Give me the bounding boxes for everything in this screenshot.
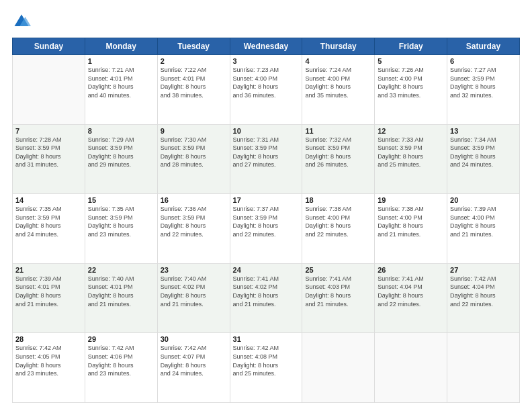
day-info: Sunrise: 7:28 AM Sunset: 3:59 PM Dayligh… [15,136,82,169]
weekday-header-row: SundayMondayTuesdayWednesdayThursdayFrid… [13,38,520,55]
day-number: 17 [233,196,300,204]
day-number: 5 [378,57,444,65]
day-info: Sunrise: 7:42 AM Sunset: 4:07 PM Dayligh… [161,344,227,377]
day-info: Sunrise: 7:37 AM Sunset: 3:59 PM Dayligh… [233,205,300,238]
calendar-cell: 12Sunrise: 7:33 AM Sunset: 3:59 PM Dayli… [375,124,447,194]
day-info: Sunrise: 7:30 AM Sunset: 3:59 PM Dayligh… [161,136,227,169]
day-info: Sunrise: 7:21 AM Sunset: 4:01 PM Dayligh… [88,66,154,99]
calendar-cell: 30Sunrise: 7:42 AM Sunset: 4:07 PM Dayli… [157,333,230,403]
day-info: Sunrise: 7:42 AM Sunset: 4:08 PM Dayligh… [233,344,300,377]
day-number: 18 [305,196,371,204]
day-number: 8 [88,127,154,135]
calendar-cell: 7Sunrise: 7:28 AM Sunset: 3:59 PM Daylig… [13,124,85,194]
day-info: Sunrise: 7:31 AM Sunset: 3:59 PM Dayligh… [233,136,300,169]
day-number: 25 [305,266,371,274]
day-info: Sunrise: 7:33 AM Sunset: 3:59 PM Dayligh… [378,136,444,169]
day-info: Sunrise: 7:42 AM Sunset: 4:04 PM Dayligh… [450,275,517,308]
calendar-cell: 31Sunrise: 7:42 AM Sunset: 4:08 PM Dayli… [230,333,302,403]
day-number: 29 [88,335,154,343]
calendar-cell: 9Sunrise: 7:30 AM Sunset: 3:59 PM Daylig… [157,124,230,194]
weekday-header-tuesday: Tuesday [157,38,230,55]
day-number: 21 [15,266,82,274]
calendar-cell: 27Sunrise: 7:42 AM Sunset: 4:04 PM Dayli… [447,263,520,333]
calendar-cell: 21Sunrise: 7:39 AM Sunset: 4:01 PM Dayli… [13,263,85,333]
day-info: Sunrise: 7:36 AM Sunset: 3:59 PM Dayligh… [161,205,227,238]
day-number: 6 [450,57,517,65]
calendar-week-row: 7Sunrise: 7:28 AM Sunset: 3:59 PM Daylig… [13,124,520,194]
calendar-cell: 8Sunrise: 7:29 AM Sunset: 3:59 PM Daylig… [85,124,157,194]
day-number: 20 [450,196,517,204]
calendar-cell: 2Sunrise: 7:22 AM Sunset: 4:01 PM Daylig… [157,55,230,125]
header [12,12,520,31]
calendar-table: SundayMondayTuesdayWednesdayThursdayFrid… [12,38,520,403]
calendar-cell: 15Sunrise: 7:35 AM Sunset: 3:59 PM Dayli… [85,194,157,264]
day-info: Sunrise: 7:41 AM Sunset: 4:04 PM Dayligh… [378,275,444,308]
day-info: Sunrise: 7:32 AM Sunset: 3:59 PM Dayligh… [305,136,371,169]
day-info: Sunrise: 7:42 AM Sunset: 4:06 PM Dayligh… [88,344,154,377]
calendar-cell: 19Sunrise: 7:38 AM Sunset: 4:00 PM Dayli… [375,194,447,264]
day-info: Sunrise: 7:23 AM Sunset: 4:00 PM Dayligh… [233,66,300,99]
day-number: 15 [88,196,154,204]
day-info: Sunrise: 7:40 AM Sunset: 4:01 PM Dayligh… [88,275,154,308]
day-info: Sunrise: 7:35 AM Sunset: 3:59 PM Dayligh… [88,205,154,238]
day-number: 24 [233,266,300,274]
day-info: Sunrise: 7:35 AM Sunset: 3:59 PM Dayligh… [15,205,82,238]
day-number: 1 [88,57,154,65]
weekday-header-saturday: Saturday [447,38,520,55]
calendar-cell: 29Sunrise: 7:42 AM Sunset: 4:06 PM Dayli… [85,333,157,403]
day-info: Sunrise: 7:38 AM Sunset: 4:00 PM Dayligh… [305,205,371,238]
day-info: Sunrise: 7:42 AM Sunset: 4:05 PM Dayligh… [15,344,82,377]
day-number: 13 [450,127,517,135]
calendar-cell: 24Sunrise: 7:41 AM Sunset: 4:02 PM Dayli… [230,263,302,333]
day-number: 10 [233,127,300,135]
calendar-cell: 6Sunrise: 7:27 AM Sunset: 3:59 PM Daylig… [447,55,520,125]
day-number: 4 [305,57,371,65]
calendar-cell: 11Sunrise: 7:32 AM Sunset: 3:59 PM Dayli… [302,124,375,194]
day-number: 28 [15,335,82,343]
calendar-week-row: 1Sunrise: 7:21 AM Sunset: 4:01 PM Daylig… [13,55,520,125]
calendar-cell [375,333,447,403]
day-info: Sunrise: 7:40 AM Sunset: 4:02 PM Dayligh… [161,275,227,308]
calendar-cell: 26Sunrise: 7:41 AM Sunset: 4:04 PM Dayli… [375,263,447,333]
day-info: Sunrise: 7:26 AM Sunset: 4:00 PM Dayligh… [378,66,444,99]
weekday-header-wednesday: Wednesday [230,38,302,55]
day-info: Sunrise: 7:24 AM Sunset: 4:00 PM Dayligh… [305,66,371,99]
day-number: 30 [161,335,227,343]
day-info: Sunrise: 7:39 AM Sunset: 4:01 PM Dayligh… [15,275,82,308]
day-number: 11 [305,127,371,135]
day-number: 14 [15,196,82,204]
calendar-cell: 16Sunrise: 7:36 AM Sunset: 3:59 PM Dayli… [157,194,230,264]
calendar-cell: 3Sunrise: 7:23 AM Sunset: 4:00 PM Daylig… [230,55,302,125]
day-number: 26 [378,266,444,274]
calendar-cell [302,333,375,403]
calendar-cell: 17Sunrise: 7:37 AM Sunset: 3:59 PM Dayli… [230,194,302,264]
calendar-cell: 13Sunrise: 7:34 AM Sunset: 3:59 PM Dayli… [447,124,520,194]
day-info: Sunrise: 7:38 AM Sunset: 4:00 PM Dayligh… [378,205,444,238]
logo [12,12,34,31]
day-number: 22 [88,266,154,274]
calendar-cell: 23Sunrise: 7:40 AM Sunset: 4:02 PM Dayli… [157,263,230,333]
weekday-header-thursday: Thursday [302,38,375,55]
calendar-cell: 1Sunrise: 7:21 AM Sunset: 4:01 PM Daylig… [85,55,157,125]
calendar-week-row: 21Sunrise: 7:39 AM Sunset: 4:01 PM Dayli… [13,263,520,333]
page: SundayMondayTuesdayWednesdayThursdayFrid… [0,0,532,411]
calendar-week-row: 14Sunrise: 7:35 AM Sunset: 3:59 PM Dayli… [13,194,520,264]
day-number: 9 [161,127,227,135]
calendar-cell: 10Sunrise: 7:31 AM Sunset: 3:59 PM Dayli… [230,124,302,194]
logo-icon [12,12,31,31]
calendar-cell: 22Sunrise: 7:40 AM Sunset: 4:01 PM Dayli… [85,263,157,333]
day-info: Sunrise: 7:34 AM Sunset: 3:59 PM Dayligh… [450,136,517,169]
day-info: Sunrise: 7:39 AM Sunset: 4:00 PM Dayligh… [450,205,517,238]
day-number: 7 [15,127,82,135]
calendar-cell [447,333,520,403]
day-number: 16 [161,196,227,204]
day-number: 23 [161,266,227,274]
weekday-header-sunday: Sunday [13,38,85,55]
day-number: 19 [378,196,444,204]
weekday-header-friday: Friday [375,38,447,55]
day-info: Sunrise: 7:41 AM Sunset: 4:03 PM Dayligh… [305,275,371,308]
day-number: 31 [233,335,300,343]
day-info: Sunrise: 7:41 AM Sunset: 4:02 PM Dayligh… [233,275,300,308]
calendar-cell: 4Sunrise: 7:24 AM Sunset: 4:00 PM Daylig… [302,55,375,125]
day-number: 12 [378,127,444,135]
